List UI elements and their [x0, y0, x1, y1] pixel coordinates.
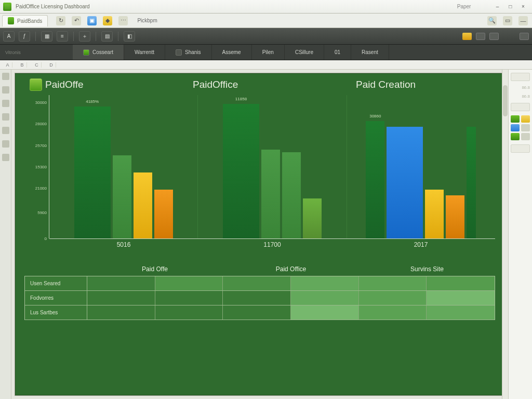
bar-value-label: 4185% [86, 99, 99, 104]
palette-green-icon[interactable] [511, 133, 520, 140]
vertical-scrollbar[interactable] [502, 70, 508, 399]
undo-icon[interactable]: ↶ [72, 16, 81, 25]
more-icon[interactable]: ⋯ [118, 16, 128, 25]
chart-bar[interactable] [425, 190, 444, 238]
chart-bar[interactable] [261, 150, 280, 238]
maximize-button[interactable]: □ [504, 4, 516, 9]
bar-value-label: 11858 [235, 97, 247, 101]
table-cell[interactable] [291, 305, 359, 320]
ribbon-tab-1[interactable]: Warrentt [124, 45, 165, 60]
ribbon-fx-button[interactable]: ƒ [19, 31, 30, 42]
palette-yellow-icon[interactable] [521, 115, 530, 123]
ribbon-grid-button[interactable]: ▦ [41, 31, 52, 42]
table-cell[interactable] [291, 291, 359, 305]
dash-icon[interactable]: — [518, 16, 528, 25]
titlebar: PaidOffice Licensing Dashboard Paper – □… [0, 0, 532, 14]
chart-bar[interactable] [113, 155, 131, 238]
layout-icon[interactable]: ▭ [503, 16, 512, 25]
x-axis: 5016 11700 2017 [49, 238, 495, 251]
panel-swatch[interactable] [511, 103, 530, 111]
left-rail [0, 70, 11, 399]
app-title: PaidOffice Licensing Dashboard [16, 4, 90, 9]
row-cells [87, 305, 495, 320]
search-icon[interactable]: 🔍 [487, 16, 497, 25]
table-cell[interactable] [427, 276, 495, 290]
palette-green-icon[interactable] [511, 115, 520, 123]
table-cell[interactable] [223, 305, 291, 320]
chart-title-0: PaidOffe [45, 79, 84, 90]
table-cell[interactable] [359, 305, 427, 320]
panel-swatch[interactable] [511, 144, 530, 153]
rail-icon[interactable] [2, 140, 9, 148]
palette-neutral-icon[interactable] [521, 133, 530, 140]
ribbon-side-label: Vitronis [0, 45, 73, 60]
ribbon-insert-button[interactable]: ＋ [79, 31, 90, 42]
table-cell[interactable] [223, 276, 291, 290]
ribbon-toolbar: A ƒ ▦ ≡ ＋ ▤ ◧ [0, 28, 532, 45]
ribbon-tab-4[interactable]: Pilen [252, 45, 285, 60]
palette-blue-icon[interactable] [511, 124, 520, 131]
ribbon-save-button[interactable]: A [3, 31, 15, 42]
x-label: 11700 [198, 239, 347, 251]
pin-icon[interactable]: ◆ [103, 16, 112, 25]
ribbon-tab-7[interactable]: Rasent [351, 45, 389, 60]
brand-badge-icon [30, 78, 42, 91]
data-table-section: Paid Offe Paid Office Survins Site Usen … [24, 265, 495, 320]
chart-bar[interactable]: 4185% [74, 107, 111, 238]
chart-bar[interactable]: 30860 [366, 121, 384, 238]
palette-neutral-icon[interactable] [521, 124, 530, 131]
rail-icon[interactable] [2, 100, 9, 107]
table-cell[interactable] [87, 291, 155, 305]
chart-title-1: PaidOffice [193, 79, 238, 90]
chart-bar[interactable] [282, 152, 301, 238]
ribbon-collapse-icon[interactable] [520, 33, 529, 40]
folder-blue-icon[interactable]: ▣ [87, 16, 97, 25]
ribbon-tab-5[interactable]: CSillure [285, 45, 324, 60]
rail-icon[interactable] [2, 86, 9, 94]
close-button[interactable]: × [517, 4, 529, 9]
bar-value-label: 30860 [369, 114, 381, 118]
chart-bar[interactable] [446, 195, 464, 238]
table-cell[interactable] [359, 291, 427, 305]
rail-icon[interactable] [2, 127, 9, 134]
chart-bar[interactable] [134, 172, 152, 238]
chart-bar[interactable] [303, 198, 322, 238]
minimize-button[interactable]: – [491, 4, 503, 9]
plot-area: 4185%1185830860 [49, 95, 495, 238]
ribbon-settings-icon[interactable] [476, 33, 485, 40]
table-col-header: Survins Site [359, 265, 495, 276]
rail-icon[interactable] [2, 113, 9, 121]
ribbon-tab-2[interactable]: Shanis [165, 45, 212, 60]
table-cell[interactable] [427, 305, 495, 320]
ribbon-alert-icon[interactable] [462, 33, 472, 40]
chart-bar[interactable] [154, 190, 173, 238]
table-cell[interactable] [427, 291, 495, 305]
table-cell[interactable] [155, 276, 223, 290]
table-cell[interactable] [87, 276, 155, 290]
y-tick: 21000 [24, 186, 49, 191]
ribbon-config-button[interactable]: ◧ [124, 31, 135, 42]
document-tab[interactable]: PaidBands [2, 15, 48, 26]
refresh-icon[interactable]: ↻ [56, 16, 65, 25]
panel-swatch[interactable] [511, 73, 530, 81]
rail-icon[interactable] [2, 73, 9, 80]
chart-bar[interactable]: 11858 [223, 104, 259, 238]
table-cell[interactable] [155, 305, 223, 320]
ribbon-help-icon[interactable] [489, 33, 499, 40]
scroll-thumb[interactable] [503, 85, 508, 116]
table-cell[interactable] [291, 276, 359, 290]
rail-icon[interactable] [2, 154, 9, 161]
ribbon-tab-0[interactable]: Cosseart [73, 45, 124, 60]
chart-bar[interactable] [387, 127, 423, 238]
ribbon-tab-3[interactable]: Asseme [212, 45, 252, 60]
ribbon-filter-button[interactable]: ≡ [57, 31, 68, 42]
table-cell[interactable] [87, 305, 155, 320]
chart-bar[interactable] [467, 127, 476, 238]
table-cell[interactable] [359, 276, 427, 290]
table-col-header: Paid Office [223, 265, 359, 276]
table-cell[interactable] [223, 291, 291, 305]
table-col-header: Paid Offe [87, 265, 223, 276]
ribbon-sheet-button[interactable]: ▤ [101, 31, 113, 42]
table-cell[interactable] [155, 291, 223, 305]
ribbon-tab-6[interactable]: 01 [324, 45, 351, 60]
